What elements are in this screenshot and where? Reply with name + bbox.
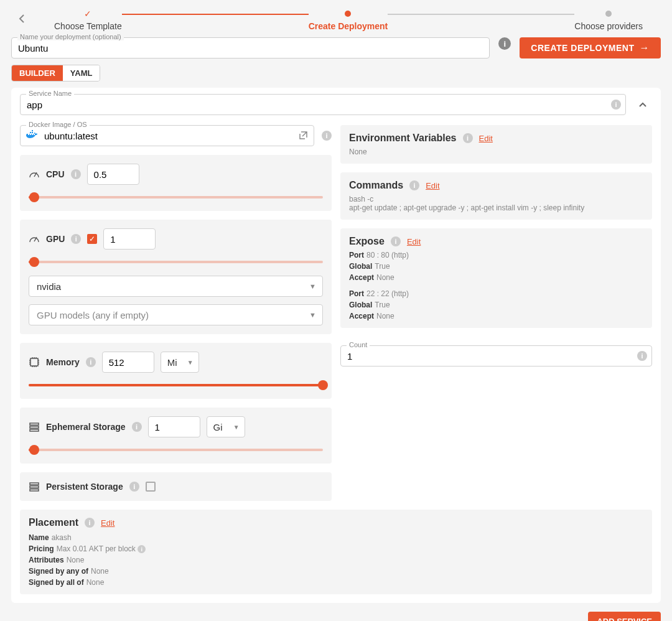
deployment-name-wrap: Name your deployment (optional)	[11, 37, 490, 58]
ephemeral-unit-select[interactable]: Gi ▼	[207, 416, 245, 437]
step-choose-template[interactable]: ✓ Choose Template	[54, 9, 122, 31]
expose-box: Expose i Edit Port80 : 80 (http) GlobalT…	[340, 228, 652, 328]
info-icon[interactable]: i	[85, 518, 95, 528]
ephemeral-unit-value: Gi	[213, 422, 223, 432]
env-vars-value: None	[349, 147, 643, 156]
slider-thumb[interactable]	[29, 445, 39, 455]
cpu-input[interactable]	[87, 164, 139, 185]
info-icon[interactable]: i	[322, 131, 332, 141]
slider-thumb[interactable]	[318, 380, 328, 390]
info-icon[interactable]: i	[138, 545, 146, 553]
gpu-models-placeholder: GPU models (any if empty)	[37, 310, 149, 320]
gpu-models-select[interactable]: GPU models (any if empty) ▼	[29, 304, 323, 325]
info-icon[interactable]: i	[409, 180, 419, 190]
expose-port-0: Port80 : 80 (http) GlobalTrue AcceptNone	[349, 251, 643, 282]
expose-edit-link[interactable]: Edit	[407, 237, 421, 246]
memory-box: Memory i Mi ▼	[20, 343, 332, 399]
step-choose-providers[interactable]: Choose providers	[574, 9, 643, 31]
service-name-label: Service Name	[26, 90, 74, 97]
svg-rect-1	[30, 423, 39, 425]
info-icon[interactable]: i	[463, 133, 473, 143]
docker-image-input[interactable]	[20, 125, 314, 146]
gpu-vendor-value: nvidia	[37, 281, 61, 292]
arrow-right-icon: →	[640, 42, 650, 54]
gpu-box: GPU i ✓ nvidia ▼	[20, 220, 332, 334]
env-vars-box: Environment Variables i Edit None	[340, 125, 652, 164]
count-label: Count	[347, 341, 370, 348]
info-icon[interactable]: i	[391, 236, 401, 246]
env-vars-edit-link[interactable]: Edit	[479, 134, 493, 143]
ephemeral-slider[interactable]	[29, 445, 323, 455]
speed-icon	[29, 169, 40, 180]
memory-unit-value: Mi	[167, 357, 177, 368]
placement-edit-link[interactable]: Edit	[101, 518, 114, 528]
memory-icon	[29, 357, 40, 368]
step-label: Create Deployment	[309, 21, 388, 31]
expose-port-1: Port22 : 22 (http) GlobalTrue AcceptNone	[349, 289, 643, 320]
tab-builder[interactable]: BUILDER	[12, 65, 63, 81]
add-service-button[interactable]: ADD SERVICE	[588, 612, 661, 621]
slider-thumb[interactable]	[29, 192, 39, 202]
svg-rect-2	[30, 426, 39, 428]
chevron-down-icon: ▼	[309, 311, 316, 319]
info-icon[interactable]: i	[71, 169, 81, 179]
count-input[interactable]	[340, 345, 652, 367]
info-icon[interactable]: i	[71, 234, 81, 244]
create-deployment-button[interactable]: CREATE DEPLOYMENT →	[520, 37, 661, 58]
service-name-wrap: Service Name i	[20, 94, 626, 115]
ephemeral-storage-input[interactable]	[148, 416, 200, 437]
chevron-down-icon: ▼	[309, 282, 316, 290]
chevron-left-icon	[19, 14, 25, 24]
commands-line2: apt-get update ; apt-get upgrade -y ; ap…	[349, 203, 643, 212]
svg-rect-4	[30, 483, 39, 485]
external-link-icon	[299, 131, 308, 140]
ephemeral-storage-box: Ephemeral Storage i Gi ▼	[20, 408, 332, 464]
storage-icon	[29, 421, 40, 432]
commands-line1: bash -c	[349, 195, 643, 203]
info-icon[interactable]: i	[611, 100, 621, 110]
svg-rect-5	[30, 486, 39, 488]
storage-icon	[29, 481, 40, 492]
gpu-vendor-select[interactable]: nvidia ▼	[29, 276, 323, 297]
service-card: Service Name i Docker Image / OS	[11, 88, 661, 603]
create-deployment-label: CREATE DEPLOYMENT	[531, 43, 634, 53]
back-button[interactable]	[19, 14, 25, 24]
chevron-up-icon	[638, 102, 647, 108]
placement-box: Placement i Edit Nameakash PricingMax 0.…	[20, 510, 652, 594]
view-tabs: BUILDER YAML	[11, 65, 100, 82]
collapse-button[interactable]	[633, 97, 652, 113]
chevron-down-icon: ▼	[187, 359, 194, 366]
placement-title: Placement	[29, 517, 78, 528]
persistent-storage-checkbox[interactable]: ✓	[146, 482, 156, 492]
gpu-slider[interactable]	[29, 257, 323, 267]
check-icon: ✓	[84, 9, 91, 19]
step-connector	[122, 14, 309, 15]
persistent-storage-box: Persistent Storage i ✓	[20, 472, 332, 501]
stepper: ✓ Choose Template Create Deployment Choo…	[0, 0, 672, 35]
info-icon[interactable]: i	[129, 482, 139, 492]
gpu-checkbox[interactable]: ✓	[87, 234, 97, 244]
memory-unit-select[interactable]: Mi ▼	[161, 352, 199, 373]
commands-title: Commands	[349, 180, 403, 191]
info-icon[interactable]: i	[637, 351, 647, 361]
memory-slider[interactable]	[29, 380, 323, 390]
info-icon[interactable]: i	[132, 422, 142, 432]
env-vars-title: Environment Variables	[349, 133, 457, 144]
deployment-name-input[interactable]	[11, 37, 490, 58]
external-link-button[interactable]	[299, 131, 308, 140]
tab-yaml[interactable]: YAML	[63, 65, 100, 81]
cpu-slider[interactable]	[29, 192, 323, 202]
svg-rect-0	[30, 358, 38, 366]
svg-rect-3	[30, 429, 39, 431]
commands-edit-link[interactable]: Edit	[426, 181, 439, 190]
gpu-input[interactable]	[103, 228, 156, 250]
memory-input[interactable]	[102, 352, 154, 373]
gpu-label: GPU	[46, 234, 65, 244]
slider-thumb[interactable]	[29, 257, 39, 267]
service-name-input[interactable]	[20, 94, 626, 115]
dot-icon	[345, 11, 351, 17]
info-icon[interactable]: i	[498, 37, 511, 50]
info-icon[interactable]: i	[86, 357, 96, 367]
step-create-deployment[interactable]: Create Deployment	[309, 9, 388, 31]
step-label: Choose providers	[574, 21, 643, 31]
